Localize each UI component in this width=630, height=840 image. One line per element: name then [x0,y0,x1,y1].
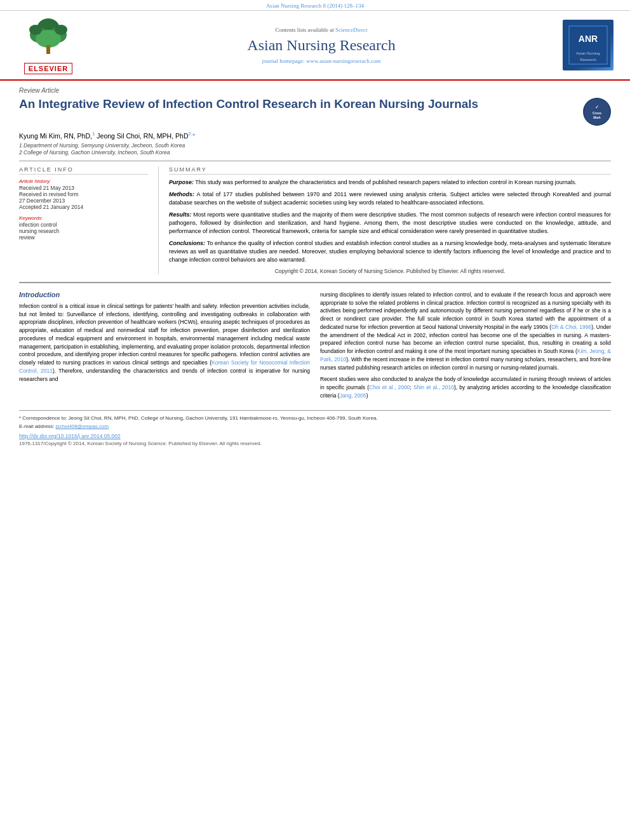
received-date: Received 21 May 2013 [19,185,148,191]
journal-title-section: Contents lists available at ScienceDirec… [86,27,556,64]
ref-link-4a[interactable]: Choi et al., 2000 [369,384,410,390]
issn-line: 1976-1317/Copyright © 2014, Korean Socie… [19,441,611,446]
anr-logo-image: ANR Asian Nursing Research [566,23,610,67]
intro-p3-text-c: ) [366,392,368,399]
revised-label: Received in revised form [19,191,148,197]
elsevier-wordmark: ELSEVIER [24,63,72,74]
author1-sup: 1 [92,131,95,137]
affiliation2: 2 College of Nursing, Gachon University,… [19,149,611,156]
article-title: An Integrative Review of Infection Contr… [19,97,575,112]
copyright-line: Copyright © 2014, Korean Society of Nurs… [169,268,611,274]
keywords-label: Keywords: [19,215,148,221]
affiliations: 1 Department of Nursing, Semyung Univers… [19,142,611,156]
section-divider [19,161,611,161]
author1-name: Kyung Mi Kim, RN, PhD, [19,132,92,140]
ref-link-5[interactable]: Jang, 2005 [340,392,366,399]
purpose-text: This study was performed to analyze the … [195,179,576,185]
main-content-section: Introduction Infection control is a crit… [19,291,611,404]
revised-date: 27 December 2013 [19,197,148,204]
keyword-3: review [19,234,148,241]
crossmark-badge: ✓ Cross Mark [583,98,611,126]
journal-header: ELSEVIER Contents lists available at Sci… [0,11,630,81]
correspondence-text: * Correspondence to: Jeong Sil Choi, RN,… [19,415,378,421]
svg-text:Research: Research [580,58,596,62]
article-history-group: Article history: Received 21 May 2013 Re… [19,178,148,210]
summary-methods: Methods: A total of 177 studies publishe… [169,190,611,207]
keywords-group: Keywords: infection control nursing rese… [19,215,148,241]
main-left-column: Introduction Infection control is a crit… [19,291,310,404]
article-info-label: ARTICLE INFO [19,166,148,175]
intro-paragraph-3: Recent studies were also conducted to an… [320,375,611,399]
affiliation1: 1 Department of Nursing, Semyung Univers… [19,142,611,149]
history-label: Article history: [19,178,148,184]
article-body: Review Article An Integrative Review of … [0,81,630,457]
email-link[interactable]: jschoi408@empas.com [56,423,109,429]
doi-link[interactable]: http://dx.doi.org/10.1016/j.anr.2014.05.… [19,433,611,439]
svg-text:Mark: Mark [593,116,601,119]
summary-label: SUMMARY [169,166,611,175]
intro-paragraph-2: nursing disciplines to identify issues r… [320,291,611,372]
journal-citation: Asian Nursing Research 8 (2014) 128–134 [266,3,364,9]
results-text: Most reports were quantitative studies a… [169,211,611,234]
anr-logo-section: ANR Asian Nursing Research [556,20,620,70]
intro-paragraph-1: Infection control is a critical issue in… [19,302,310,383]
correspondence-footnote: * Correspondence to: Jeong Sil Choi, RN,… [19,415,611,422]
crossmark-icon: ✓ Cross Mark [583,98,611,126]
svg-text:Asian Nursing: Asian Nursing [576,51,600,55]
sciencedirect-line: Contents lists available at ScienceDirec… [86,27,556,33]
sciencedirect-link[interactable]: ScienceDirect [335,27,367,33]
summary-purpose: Purpose: This study was performed to ana… [169,178,611,187]
email-footnote: E-mail address: jschoi408@empas.com [19,423,611,430]
elsevier-tree-icon [23,16,74,60]
summary-column: SUMMARY Purpose: This study was performe… [159,166,611,274]
article-type-label: Review Article [19,87,611,94]
article-info-column: ARTICLE INFO Article history: Received 2… [19,166,159,274]
intro-p2-text-c: ). With the recent increase in the inter… [320,356,611,371]
main-content-divider [19,282,611,283]
conclusions-text: To enhance the quality of infection cont… [169,240,611,263]
article-info-summary-section: ARTICLE INFO Article history: Received 2… [19,166,611,274]
methods-heading: Methods: [169,191,194,197]
svg-rect-4 [46,45,50,54]
anr-logo: ANR Asian Nursing Research [563,20,613,70]
svg-point-6 [55,25,67,35]
top-bar: Asian Nursing Research 8 (2014) 128–134 [0,0,630,11]
article-title-row: An Integrative Review of Infection Contr… [19,97,611,126]
journal-homepage: journal homepage: www.asian-nursingreser… [86,58,556,64]
email-label: E-mail address: [19,423,55,429]
authors-line: Kyung Mi Kim, RN, PhD,1 Jeong Sil Choi, … [19,131,611,140]
homepage-url: www.asian-nursingreserach.com [306,58,380,64]
methods-text: A total of 177 studies published between… [169,191,611,206]
intro-p1-text: Infection control is a critical issue in… [19,303,310,366]
keyword-2: nursing research [19,228,148,234]
results-heading: Results: [169,211,192,218]
svg-text:✓: ✓ [595,105,599,109]
svg-text:Cross: Cross [593,111,601,115]
intro-p1-text-b: ). Therefore, understanding the characte… [19,368,310,382]
ref-link-4b[interactable]: Shin et al., 2010 [413,384,454,390]
footnote-section: * Correspondence to: Jeong Sil Choi, RN,… [19,410,611,446]
introduction-heading: Introduction [19,291,310,298]
conclusions-heading: Conclusions: [169,240,205,246]
author2-name: Jeong Sil Choi, RN, MPH, PhD [97,132,188,140]
elsevier-logo-section: ELSEVIER [10,16,86,74]
keyword-1: infection control [19,222,148,228]
sciencedirect-prefix: Contents lists available at [276,27,334,33]
corresponding-author-star: * [192,132,195,140]
homepage-prefix: journal homepage: [262,58,305,64]
summary-conclusions: Conclusions: To enhance the quality of i… [169,239,611,264]
accepted-date: Accepted 21 January 2014 [19,204,148,210]
ref-link-2[interactable]: Oh & Choi, 1996 [551,324,591,330]
svg-point-5 [29,25,42,35]
summary-results: Results: Most reports were quantitative … [169,211,611,236]
journal-name: Asian Nursing Research [86,37,556,54]
svg-text:ANR: ANR [579,34,598,44]
main-right-column: nursing disciplines to identify issues r… [320,291,611,404]
purpose-heading: Purpose: [169,179,194,185]
